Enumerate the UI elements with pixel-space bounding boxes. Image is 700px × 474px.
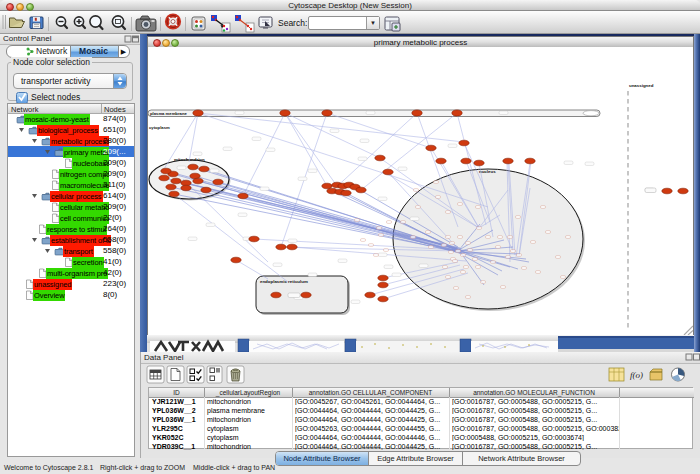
svg-text:unassigned: unassigned (629, 83, 654, 88)
svg-text:f(o): f(o) (630, 370, 643, 380)
svg-text:cytoplasm: cytoplasm (149, 125, 170, 130)
svg-text:plasma membrane: plasma membrane (150, 111, 187, 116)
svg-text:nucleus: nucleus (479, 169, 496, 174)
